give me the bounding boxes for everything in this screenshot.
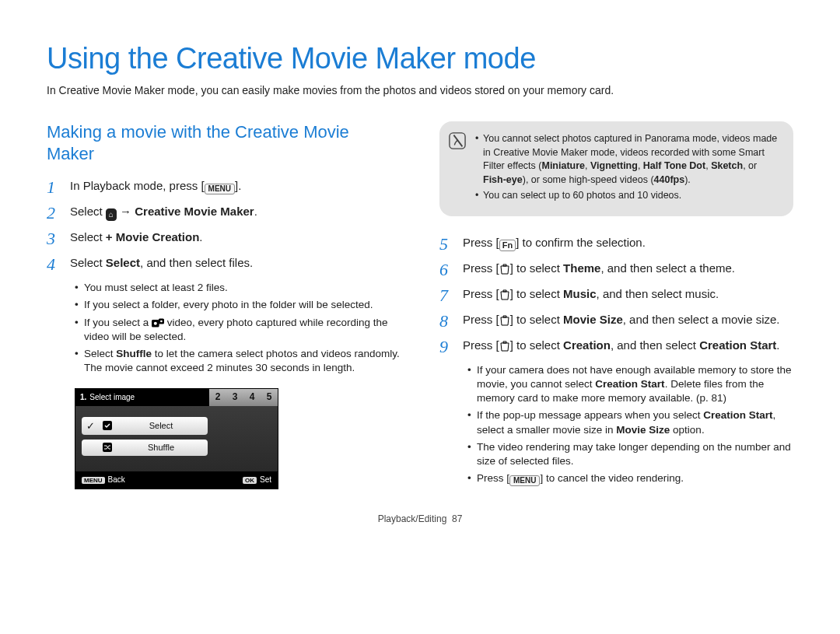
step-item: 5Press [Fn] to confirm the selection. xyxy=(439,235,793,253)
bullet-item: The video rendering may take longer depe… xyxy=(467,440,793,468)
device-tabs-rest: 2345 xyxy=(209,389,278,406)
step-text: Press [] to select Theme, and then selec… xyxy=(463,261,793,276)
device-option-label: Shuffle xyxy=(119,442,203,454)
step-item: 6Press [] to select Theme, and then sele… xyxy=(439,261,793,278)
device-tab-label: Select image xyxy=(89,392,135,403)
shuffle-icon xyxy=(102,442,113,453)
device-option-shuffle: Shuffle xyxy=(82,440,208,456)
page-title: Using the Creative Movie Maker mode xyxy=(47,39,793,79)
manual-page: Using the Creative Movie Maker mode In C… xyxy=(0,0,840,541)
bullet-item: If you select a video, every photo captu… xyxy=(75,316,401,344)
device-footer: MENUBack OKSet xyxy=(75,471,278,489)
device-option-select: ✓ Select xyxy=(82,417,208,436)
step-text: Press [Fn] to confirm the selection. xyxy=(463,235,793,251)
device-set: OKSet xyxy=(243,475,271,485)
step-item: 4Select Select, and then select files. xyxy=(47,255,401,273)
step4-bullets: You must select at least 2 files.If you … xyxy=(47,281,401,375)
svg-point-1 xyxy=(154,321,157,324)
step-item: 2Select ⌂ → Creative Movie Maker. xyxy=(47,204,401,222)
bullet-item: Press [MENU] to cancel the video renderi… xyxy=(467,471,793,486)
check-icon: ✓ xyxy=(86,419,96,433)
step-number: 1 xyxy=(47,178,61,196)
bullet-item: If you select a folder, every photo in t… xyxy=(75,298,401,312)
device-tab: 4 xyxy=(243,389,261,406)
step-text: Press [] to select Movie Size, and then … xyxy=(463,312,793,328)
device-body: ✓ Select Shuffle xyxy=(75,406,278,471)
step-text: Press [] to select Creation, and then se… xyxy=(463,338,793,353)
step-number: 7 xyxy=(439,286,453,304)
menu-key-icon: MENU xyxy=(509,475,540,486)
section-heading: Making a movie with the Creative Movie M… xyxy=(47,121,401,164)
step-number: 3 xyxy=(47,229,61,247)
steps-list-left: 1In Playback mode, press [MENU].2Select … xyxy=(47,178,401,273)
right-column: You cannot select photos captured in Pan… xyxy=(439,121,793,494)
device-tab: 2 xyxy=(209,389,226,406)
step-number: 6 xyxy=(439,261,453,278)
trash-key-icon xyxy=(499,264,510,275)
bullet-item: Select Shuffle to let the camera select … xyxy=(75,347,401,375)
device-option-label: Select xyxy=(119,420,203,432)
footer-section: Playback/Editing xyxy=(378,513,447,524)
mode-icon: ⌂ xyxy=(106,208,117,221)
step-item: 7Press [] to select Music, and then sele… xyxy=(439,286,793,304)
step9-bullets: If your camera does not have enough avai… xyxy=(439,363,793,487)
trash-key-icon xyxy=(499,289,510,300)
svg-point-3 xyxy=(160,320,163,322)
device-tab: 3 xyxy=(226,389,243,406)
step-number: 4 xyxy=(47,255,61,273)
device-tab: 5 xyxy=(261,389,278,406)
step-item: 8Press [] to select Movie Size, and then… xyxy=(439,312,793,330)
fn-key-icon: Fn xyxy=(499,240,516,251)
page-footer: Playback/Editing 87 xyxy=(47,513,793,525)
steps-list-right: 5Press [Fn] to confirm the selection.6Pr… xyxy=(439,235,793,356)
camera-screen-mock: 1. Select image 2345 ✓ Select xyxy=(75,388,278,489)
note-list: You cannot select photos captured in Pan… xyxy=(475,132,781,203)
trash-key-icon xyxy=(499,341,510,352)
trash-key-icon xyxy=(499,315,510,326)
step-text: Press [] to select Music, and then selec… xyxy=(463,286,793,302)
left-column: Making a movie with the Creative Movie M… xyxy=(47,121,401,494)
device-tab-active: 1. Select image xyxy=(75,389,209,406)
step-text: Select Select, and then select files. xyxy=(70,255,401,271)
select-icon xyxy=(102,420,113,431)
dual-capture-icon xyxy=(152,318,164,328)
step-number: 9 xyxy=(439,338,453,356)
note-item: You can select up to 60 photos and 10 vi… xyxy=(475,189,781,203)
footer-page-number: 87 xyxy=(452,513,462,524)
step-item: 9Press [] to select Creation, and then s… xyxy=(439,338,793,356)
menu-key-badge: MENU xyxy=(82,477,105,484)
note-item: You cannot select photos captured in Pan… xyxy=(475,132,781,187)
ok-key-badge: OK xyxy=(243,477,257,484)
note-box: You cannot select photos captured in Pan… xyxy=(439,121,793,216)
step-number: 8 xyxy=(439,312,453,330)
bullet-item: If your camera does not have enough avai… xyxy=(467,363,793,406)
step-text: In Playback mode, press [MENU]. xyxy=(70,178,401,194)
device-tab-num: 1. xyxy=(80,392,86,403)
two-column-layout: Making a movie with the Creative Movie M… xyxy=(47,121,793,494)
bullet-item: If the pop-up message appears when you s… xyxy=(467,408,793,436)
step-text: Select + Movie Creation. xyxy=(70,229,401,245)
menu-key-icon: MENU xyxy=(205,184,235,194)
step-item: 3Select + Movie Creation. xyxy=(47,229,401,247)
step-number: 5 xyxy=(439,235,453,253)
bullet-item: You must select at least 2 files. xyxy=(75,281,401,295)
intro-text: In Creative Movie Maker mode, you can ea… xyxy=(47,83,793,98)
step-text: Select ⌂ → Creative Movie Maker. xyxy=(70,204,401,221)
device-tabbar: 1. Select image 2345 xyxy=(75,389,278,406)
device-back: MENUBack xyxy=(82,475,125,485)
note-icon xyxy=(449,132,466,149)
step-item: 1In Playback mode, press [MENU]. xyxy=(47,178,401,196)
step-number: 2 xyxy=(47,204,61,222)
